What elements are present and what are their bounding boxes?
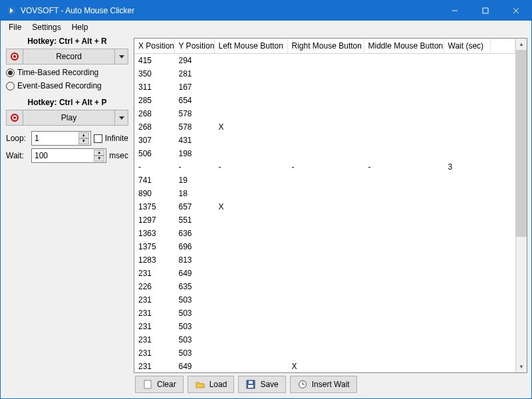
svg-point-6: [13, 55, 16, 58]
play-indicator-icon: [6, 110, 23, 126]
table-row[interactable]: 226635: [134, 280, 515, 293]
wait-spinner[interactable]: ▲▼: [94, 150, 104, 162]
radio-time-label: Time-Based Recording: [17, 68, 98, 77]
table-row[interactable]: 311167: [134, 80, 515, 94]
column-header[interactable]: X Position: [134, 39, 174, 54]
infinite-label: Infinite: [105, 134, 128, 143]
window-title: VOVSOFT - Auto Mouse Clicker: [21, 6, 440, 15]
table-row[interactable]: 231503: [134, 320, 515, 333]
menu-file[interactable]: File: [3, 21, 27, 33]
svg-rect-8: [144, 380, 151, 388]
table-row[interactable]: 350281: [134, 67, 515, 80]
radio-icon: [6, 82, 15, 90]
svg-rect-10: [248, 385, 253, 388]
table-row[interactable]: 268578X: [134, 120, 515, 134]
menu-settings[interactable]: Settings: [27, 21, 66, 33]
svg-rect-11: [249, 381, 253, 384]
main-panel: X PositionY PositionLeft Mouse ButtonRig…: [134, 34, 531, 398]
folder-open-icon: [195, 379, 205, 390]
table-row[interactable]: 285654: [134, 94, 515, 107]
table-row[interactable]: 231649X: [134, 360, 515, 372]
radio-event-label: Event-Based Recording: [17, 81, 102, 90]
wait-input[interactable]: ▲▼: [31, 148, 106, 163]
maximize-button[interactable]: [470, 1, 501, 21]
table-row[interactable]: 307431: [134, 134, 515, 147]
svg-rect-2: [483, 8, 488, 13]
column-header[interactable]: Middle Mouse Button: [364, 39, 444, 54]
floppy-icon: [245, 379, 256, 390]
wait-label: Wait:: [6, 151, 29, 160]
table-row[interactable]: 231503: [134, 333, 515, 346]
table-row[interactable]: 1297551: [134, 213, 515, 227]
events-table[interactable]: X PositionY PositionLeft Mouse ButtonRig…: [134, 38, 527, 373]
loop-value[interactable]: [35, 134, 78, 143]
radio-event-based[interactable]: Event-Based Recording: [6, 80, 128, 91]
clock-icon: [297, 379, 308, 390]
vertical-scrollbar[interactable]: ▲ ▼: [515, 39, 527, 372]
column-header[interactable]: Left Mouse Button: [214, 39, 287, 54]
infinite-checkbox[interactable]: [94, 134, 102, 143]
load-button[interactable]: Load: [188, 376, 235, 393]
record-indicator-icon: [6, 49, 23, 65]
titlebar: VOVSOFT - Auto Mouse Clicker: [1, 1, 531, 21]
app-icon: [6, 5, 17, 16]
table-row[interactable]: 506198: [134, 147, 515, 160]
table-row[interactable]: 231649: [134, 267, 515, 280]
table-row[interactable]: -----3: [134, 160, 515, 174]
table-row[interactable]: 231503: [134, 307, 515, 320]
column-header[interactable]: Right Mouse Button: [287, 39, 364, 54]
table-row[interactable]: 1375696: [134, 240, 515, 253]
scroll-down-icon[interactable]: ▼: [516, 361, 527, 372]
table-row[interactable]: 268578: [134, 107, 515, 120]
radio-time-based[interactable]: Time-Based Recording: [6, 67, 128, 78]
record-button[interactable]: Record: [23, 49, 115, 65]
wait-unit: msec: [109, 151, 128, 160]
table-row[interactable]: 1283813: [134, 253, 515, 267]
table-row[interactable]: 89018: [134, 187, 515, 200]
table-row[interactable]: 415294: [134, 54, 515, 68]
table-row[interactable]: 1375657X: [134, 200, 515, 213]
column-header[interactable]: Wait (sec): [444, 39, 490, 54]
table-row[interactable]: 1363636: [134, 227, 515, 240]
wait-value[interactable]: [35, 151, 94, 160]
loop-input[interactable]: ▲▼: [31, 131, 91, 146]
play-hotkey-label: Hotkey: Ctrl + Alt + P: [6, 98, 128, 107]
close-button[interactable]: [501, 1, 531, 21]
table-row[interactable]: 231503: [134, 293, 515, 307]
clear-button[interactable]: Clear: [135, 376, 184, 393]
record-hotkey-label: Hotkey: Ctrl + Alt + R: [6, 37, 128, 46]
scroll-thumb[interactable]: [516, 50, 527, 237]
menubar: File Settings Help: [1, 21, 531, 34]
minimize-button[interactable]: [440, 1, 470, 21]
record-dropdown[interactable]: [115, 49, 128, 65]
save-button[interactable]: Save: [238, 376, 285, 393]
loop-label: Loop:: [6, 134, 29, 143]
menu-help[interactable]: Help: [66, 21, 94, 33]
play-dropdown[interactable]: [115, 110, 128, 126]
table-row[interactable]: 74119: [134, 174, 515, 187]
radio-icon: [6, 68, 15, 77]
table-row[interactable]: 231503: [134, 346, 515, 360]
scroll-up-icon[interactable]: ▲: [516, 39, 527, 50]
loop-spinner[interactable]: ▲▼: [78, 132, 89, 144]
insert-wait-button[interactable]: Insert Wait: [290, 376, 357, 393]
side-panel: Hotkey: Ctrl + Alt + R Record Time-Based…: [1, 34, 134, 398]
column-header[interactable]: Y Position: [174, 39, 214, 54]
blank-icon: [142, 379, 153, 390]
play-button[interactable]: Play: [23, 110, 115, 126]
